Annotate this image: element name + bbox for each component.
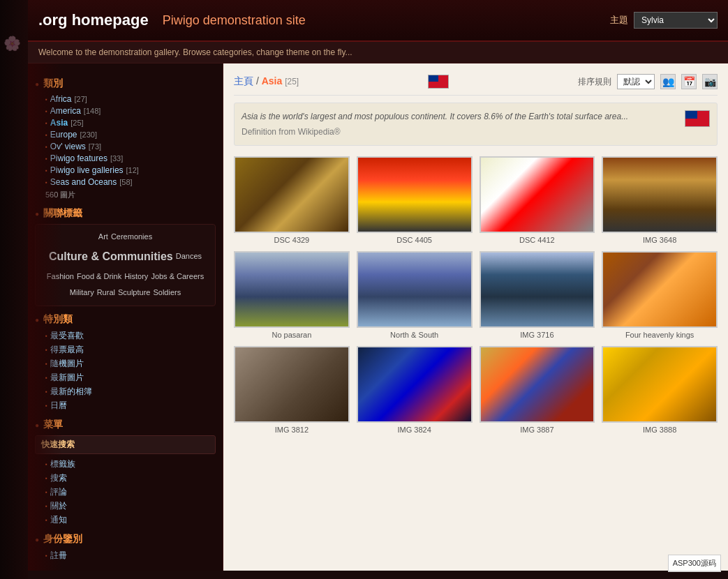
photo-thumb-dsc4412[interactable] <box>480 156 595 233</box>
tag-dances[interactable]: Dances <box>176 250 202 264</box>
sidebar-item-europe[interactable]: Europe [230] <box>45 130 216 140</box>
seas-link[interactable]: Seas and Oceans <box>50 177 117 187</box>
photo-caption-img3812: IMG 3812 <box>234 426 350 434</box>
tag-culture[interactable]: Culture & Communities <box>49 247 173 267</box>
africa-link[interactable]: Africa <box>50 94 72 104</box>
favorite-link[interactable]: 最受喜歡 <box>50 330 84 342</box>
photo-item-dsc4329[interactable]: DSC 4329 <box>234 156 350 244</box>
photo-caption-dsc4412: DSC 4412 <box>480 236 595 244</box>
photo-thumb-img3887[interactable] <box>480 346 595 423</box>
piwigolive-link[interactable]: Piwigo live galleries <box>50 165 124 175</box>
sidebar-item-seas[interactable]: Seas and Oceans [58] <box>45 177 216 187</box>
photo-item-fourkings[interactable]: Four heavenly kings <box>602 251 718 339</box>
people-icon[interactable]: 👥 <box>660 74 676 89</box>
tag-military[interactable]: Military <box>70 286 94 300</box>
photo-thumb-fourkings[interactable] <box>602 251 718 328</box>
photo-thumb-img3812[interactable] <box>234 346 350 423</box>
photo-caption-dsc4405: DSC 4405 <box>357 236 473 244</box>
photo-thumb-img3716[interactable] <box>480 251 595 328</box>
photo-caption-img3648: IMG 3648 <box>602 236 718 244</box>
identity-item-register[interactable]: 註冊 <box>45 550 216 562</box>
home-link[interactable]: 主頁 <box>234 75 253 87</box>
photo-caption-img3716: IMG 3716 <box>480 331 595 339</box>
breadcrumb-current: Asia <box>262 75 283 87</box>
sort-select[interactable]: 默認日期評分名稱 <box>617 74 655 89</box>
menu-item-notifications[interactable]: 通知 <box>45 514 216 526</box>
tag-food[interactable]: Food & Drink <box>77 270 121 284</box>
identity-title: 身份鑒別 <box>35 533 216 546</box>
special-item-favorite[interactable]: 最受喜歡 <box>45 330 216 342</box>
photo-caption-img3824: IMG 3824 <box>357 426 473 434</box>
menu-item-tags[interactable]: 標籤族 <box>45 458 216 470</box>
comments-link[interactable]: 評論 <box>50 486 67 498</box>
photo-item-img4last[interactable]: IMG 3888 <box>602 346 718 434</box>
tag-soldiers[interactable]: Soldiers <box>153 286 181 300</box>
photo-thumb-img3648[interactable] <box>602 156 718 233</box>
menu-item-search[interactable]: 搜索 <box>45 472 216 484</box>
content-header: 主頁 / Asia [25] 排序規則 默認日期評分名稱 👥 📅 <box>234 74 718 96</box>
newest-link[interactable]: 最新圖片 <box>50 372 84 384</box>
sidebar-item-piwigo-features[interactable]: Piwigo features [33] <box>45 153 216 163</box>
sidebar-item-asia[interactable]: Asia [25] <box>45 118 216 128</box>
photo-item-nopasaran[interactable]: No pasaran <box>234 251 350 339</box>
photo-item-dsc4405[interactable]: DSC 4405 <box>357 156 473 244</box>
watermark: ASP300源码 <box>668 555 721 572</box>
special-item-newalbum[interactable]: 最新的相簿 <box>45 386 216 398</box>
highvote-link[interactable]: 得票最高 <box>50 344 84 356</box>
search-link[interactable]: 搜索 <box>50 472 67 484</box>
photo-item-img3716[interactable]: IMG 3716 <box>480 251 595 339</box>
photo-thumb-northsouth[interactable] <box>357 251 473 328</box>
photo-item-northsouth[interactable]: North & South <box>357 251 473 339</box>
piwigofeatures-link[interactable]: Piwigo features <box>50 153 107 163</box>
tag-rural[interactable]: Rural <box>97 286 115 300</box>
taiwan-flag <box>428 75 449 89</box>
photo-item-img3824[interactable]: IMG 3824 <box>357 346 473 434</box>
photo-caption-img4last: IMG 3888 <box>602 426 718 434</box>
tag-jobs[interactable]: Jobs & Careers <box>151 270 204 284</box>
tag-history[interactable]: History <box>124 270 148 284</box>
tag-art[interactable]: Art <box>98 230 108 244</box>
tag-sculpture[interactable]: Sculpture <box>118 286 150 300</box>
special-item-calendar[interactable]: 日曆 <box>45 400 216 412</box>
ovviews-link[interactable]: Ov' views <box>50 142 86 151</box>
newalbum-link[interactable]: 最新的相簿 <box>50 386 92 398</box>
special-item-highvote[interactable]: 得票最高 <box>45 344 216 356</box>
calendar-link[interactable]: 日曆 <box>50 400 67 412</box>
photo-thumb-nopasaran[interactable] <box>234 251 350 328</box>
breadcrumb: 主頁 / Asia [25] <box>234 75 299 88</box>
identity-list: 註冊 <box>35 550 216 562</box>
photo-item-dsc4412[interactable]: DSC 4412 <box>480 156 595 244</box>
logo-text: .org homepage <box>38 11 149 29</box>
menu-item-comments[interactable]: 評論 <box>45 486 216 498</box>
notifications-link[interactable]: 通知 <box>50 514 67 526</box>
calendar-icon[interactable]: 📅 <box>681 74 697 89</box>
special-item-random[interactable]: 隨機圖片 <box>45 358 216 370</box>
photo-thumb-img3824[interactable] <box>357 346 473 423</box>
theme-area: 主題 SylviaStrippedBootstrap Default <box>610 12 718 29</box>
welcome-text: Welcome to the demonstration gallery. Br… <box>38 47 352 57</box>
sidebar-item-ovviews[interactable]: Ov' views [73] <box>45 142 216 151</box>
special-item-newest[interactable]: 最新圖片 <box>45 372 216 384</box>
photo-thumb-dsc4405[interactable] <box>357 156 473 233</box>
sidebar-item-america[interactable]: America [148] <box>45 106 216 116</box>
camera-icon[interactable]: 📷 <box>702 74 718 89</box>
europe-count: [230] <box>80 130 97 139</box>
random-link[interactable]: 隨機圖片 <box>50 358 84 370</box>
about-link[interactable]: 關於 <box>50 500 67 512</box>
tag-fashion[interactable]: Fashion <box>47 270 74 284</box>
photo-thumb-img4last[interactable] <box>602 346 718 423</box>
tags-link[interactable]: 標籤族 <box>50 458 75 470</box>
europe-link[interactable]: Europe <box>50 130 77 140</box>
sidebar-item-piwigo-live[interactable]: Piwigo live galleries [12] <box>45 165 216 175</box>
tag-ceremonies[interactable]: Ceremonies <box>111 230 152 244</box>
asia-link[interactable]: Asia <box>50 118 68 128</box>
photo-item-img3812[interactable]: IMG 3812 <box>234 346 350 434</box>
theme-select[interactable]: SylviaStrippedBootstrap Default <box>634 12 718 29</box>
photo-item-img3887[interactable]: IMG 3887 <box>480 346 595 434</box>
sidebar-item-africa[interactable]: Africa [27] <box>45 94 216 104</box>
register-link[interactable]: 註冊 <box>50 550 67 562</box>
america-link[interactable]: America <box>50 106 81 116</box>
menu-item-about[interactable]: 關於 <box>45 500 216 512</box>
photo-item-img3648[interactable]: IMG 3648 <box>602 156 718 244</box>
photo-thumb-dsc4329[interactable] <box>234 156 350 233</box>
